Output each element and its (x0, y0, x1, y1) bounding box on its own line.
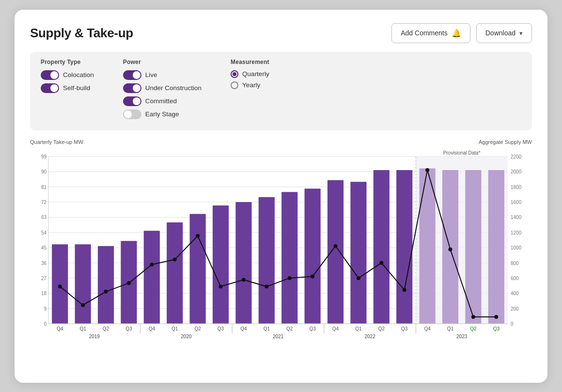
colocation-label: Colocation (63, 71, 94, 78)
header: Supply & Take-up Add Comments 🔔 Download… (30, 23, 532, 43)
svg-rect-39 (52, 244, 68, 324)
svg-point-60 (81, 303, 85, 307)
svg-text:Q4: Q4 (149, 326, 156, 331)
early-stage-filter-item: Early Stage (123, 110, 202, 119)
svg-point-74 (403, 288, 406, 292)
svg-point-78 (494, 315, 498, 319)
add-comments-button[interactable]: Add Comments 🔔 (391, 23, 470, 43)
svg-point-65 (196, 234, 200, 237)
colocation-toggle-thumb (50, 71, 58, 79)
svg-point-77 (471, 315, 475, 319)
svg-text:Q1: Q1 (447, 326, 454, 331)
yearly-label: Yearly (242, 81, 260, 89)
add-comments-label: Add Comments (401, 29, 447, 37)
svg-text:45: 45 (41, 245, 47, 251)
chart-wrapper: 0918273645546372819099020040060080010001… (30, 147, 532, 350)
right-axis-label: Aggregate Supply MW (479, 139, 532, 145)
svg-text:Q4: Q4 (240, 326, 247, 331)
svg-text:1000: 1000 (511, 245, 522, 251)
svg-point-73 (379, 261, 383, 265)
svg-point-75 (425, 168, 429, 172)
svg-point-70 (311, 274, 314, 278)
live-filter-item: Live (123, 70, 202, 80)
power-label: Power (123, 59, 202, 65)
svg-text:1400: 1400 (511, 215, 522, 220)
committed-toggle[interactable] (123, 96, 141, 106)
committed-toggle-thumb (133, 97, 140, 105)
quarterly-radio-item[interactable]: Quarterly (231, 70, 269, 78)
measurement-group: Measurement Quarterly Yearly (231, 59, 269, 123)
early-stage-toggle[interactable] (123, 110, 141, 119)
svg-text:0: 0 (44, 321, 47, 327)
filters-bar: Property Type Colocation Self-build Powe… (30, 52, 532, 130)
svg-text:0: 0 (511, 321, 514, 327)
download-label: Download (485, 29, 515, 37)
svg-point-76 (449, 247, 453, 251)
main-card: Supply & Take-up Add Comments 🔔 Download… (15, 10, 547, 383)
svg-text:54: 54 (41, 230, 47, 235)
svg-text:1600: 1600 (511, 200, 522, 205)
colocation-toggle[interactable] (41, 70, 59, 80)
svg-rect-47 (235, 202, 251, 324)
svg-text:Q2: Q2 (194, 326, 201, 331)
under-construction-toggle[interactable] (123, 83, 141, 93)
self-build-label: Self-build (63, 84, 90, 92)
svg-rect-45 (190, 214, 206, 324)
yearly-radio-item[interactable]: Yearly (231, 81, 269, 89)
svg-point-69 (288, 276, 292, 280)
svg-point-63 (150, 263, 154, 267)
left-axis-label: Quarterly Take-up MW (30, 139, 83, 145)
svg-point-62 (127, 281, 131, 285)
svg-rect-46 (213, 205, 229, 324)
svg-point-72 (357, 276, 360, 280)
svg-text:90: 90 (41, 169, 47, 174)
svg-text:2020: 2020 (181, 334, 192, 339)
property-type-group: Property Type Colocation Self-build (41, 59, 94, 123)
svg-text:Q3: Q3 (309, 326, 316, 331)
under-construction-toggle-thumb (133, 84, 140, 92)
svg-text:27: 27 (41, 275, 47, 281)
svg-text:81: 81 (41, 184, 47, 189)
svg-text:Q4: Q4 (332, 326, 339, 331)
svg-rect-50 (305, 188, 321, 324)
live-label: Live (145, 71, 157, 78)
svg-text:1200: 1200 (511, 230, 522, 235)
svg-text:Q1: Q1 (355, 326, 362, 331)
svg-text:2019: 2019 (89, 334, 100, 339)
chart-axis-labels: Quarterly Take-up MW Aggregate Supply MW (30, 139, 532, 145)
svg-point-64 (173, 257, 177, 261)
self-build-toggle-thumb (50, 84, 58, 92)
chart-area: Quarterly Take-up MW Aggregate Supply MW… (30, 139, 532, 350)
yearly-radio-circle (231, 81, 238, 89)
under-construction-label: Under Construction (145, 84, 202, 92)
quarterly-radio-dot (233, 72, 236, 76)
svg-rect-44 (167, 222, 183, 323)
svg-text:Q2: Q2 (286, 326, 293, 331)
svg-text:99: 99 (41, 154, 47, 159)
svg-text:1800: 1800 (511, 184, 522, 189)
early-stage-toggle-thumb (124, 110, 132, 118)
svg-rect-49 (281, 192, 297, 324)
svg-point-67 (242, 278, 246, 282)
download-button[interactable]: Download ▾ (476, 23, 532, 43)
svg-rect-40 (75, 244, 91, 324)
svg-text:200: 200 (511, 306, 519, 311)
svg-rect-55 (420, 168, 436, 324)
measurement-label: Measurement (231, 59, 269, 65)
svg-text:Q4: Q4 (57, 326, 63, 331)
bell-icon: 🔔 (452, 29, 461, 38)
svg-text:18: 18 (41, 291, 47, 296)
chart-svg: 0918273645546372819099020040060080010001… (30, 147, 532, 350)
svg-text:2200: 2200 (511, 154, 522, 159)
svg-rect-51 (328, 180, 343, 323)
self-build-toggle[interactable] (41, 83, 59, 93)
svg-text:Q1: Q1 (79, 326, 86, 331)
svg-text:72: 72 (41, 200, 47, 205)
live-toggle[interactable] (123, 70, 141, 80)
svg-rect-56 (442, 170, 458, 323)
svg-rect-54 (396, 170, 412, 323)
svg-text:2000: 2000 (511, 169, 522, 174)
svg-text:Q4: Q4 (424, 326, 431, 331)
committed-filter-item: Committed (123, 96, 202, 106)
svg-text:Q3: Q3 (218, 326, 224, 331)
